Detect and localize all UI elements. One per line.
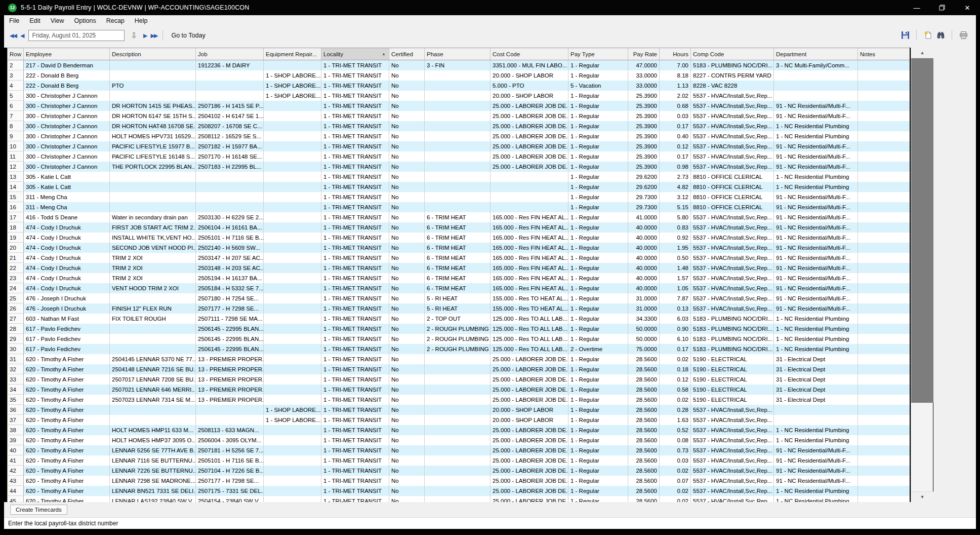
grid-cell[interactable]: 1 - TRI-MET TRANSIT	[321, 202, 389, 212]
grid-cell[interactable]: 5 - RI HEAT	[425, 293, 491, 303]
grid-cell[interactable]: 2505194 - H 16137 BA...	[196, 273, 264, 283]
grid-cell[interactable]: 474 - Cody I Druchuk	[24, 233, 110, 243]
grid-cell[interactable]: No	[389, 111, 425, 121]
grid-cell[interactable]	[110, 324, 196, 334]
grid-cell[interactable]: No	[389, 182, 425, 192]
grid-cell[interactable]	[425, 455, 491, 466]
grid-cell[interactable]: 1 - TRI-MET TRANSIT	[321, 283, 389, 293]
close-button[interactable]: ✕	[962, 4, 973, 12]
grid-cell[interactable]	[858, 283, 910, 293]
grid-cell[interactable]: 5190 - ELECTRICAL	[691, 395, 774, 405]
grid-cell[interactable]: PACIFIC LIFESTYLE 16148 S...	[110, 151, 196, 162]
last-record-icon[interactable]: ▶▶	[149, 31, 159, 40]
grid-cell[interactable]: 28.5600	[628, 425, 660, 435]
grid-cell[interactable]: No	[389, 324, 425, 334]
grid-cell[interactable]: 125.000 - Res TO ALL LAB...	[491, 314, 568, 324]
grid-cell[interactable]	[858, 334, 910, 344]
grid-cell[interactable]: 2507183 - H 22995 BL...	[196, 162, 264, 172]
grid-cell[interactable]: 1 - TRI-MET TRANSIT	[321, 303, 389, 314]
grid-cell[interactable]	[264, 435, 321, 445]
grid-cell[interactable]: 3351.000 - MUL FIN LABO...	[491, 60, 568, 70]
grid-cell[interactable]: 1 - TRI-MET TRANSIT	[321, 81, 389, 91]
grid-cell[interactable]: No	[389, 60, 425, 70]
scroll-up-icon[interactable]: ▲	[911, 48, 933, 58]
grid-cell[interactable]: 620 - Timothy A Fisher	[24, 476, 110, 486]
grid-cell[interactable]	[196, 405, 264, 415]
grid-cell[interactable]	[858, 202, 910, 212]
grid-cell[interactable]	[774, 415, 858, 425]
grid-cell[interactable]: 29.6200	[628, 172, 660, 182]
grid-cell[interactable]: 25.000 - LABORER JOB DE...	[491, 486, 568, 496]
grid-cell[interactable]: 1 - Regular	[568, 233, 628, 243]
grid-cell[interactable]: 20.000 - SHOP LABOR	[491, 70, 568, 81]
grid-cell[interactable]: 0.02	[660, 486, 691, 496]
grid-header-certified[interactable]: Certified	[389, 48, 425, 60]
grid-cell[interactable]: 1 - Regular	[568, 182, 628, 192]
grid-cell[interactable]: 300 - Christopher J Cannon	[24, 141, 110, 151]
grid-cell[interactable]: 25.3900	[628, 101, 660, 111]
grid-cell[interactable]	[425, 192, 491, 202]
grid-cell[interactable]: 1 - Regular	[568, 263, 628, 273]
row-number-cell[interactable]: 7	[8, 111, 24, 121]
grid-cell[interactable]: 1 - Regular	[568, 445, 628, 455]
grid-cell[interactable]: 25.000 - LABORER JOB DE...	[491, 496, 568, 502]
grid-cell[interactable]: 5537 - HVAC/Install,Svc,Rep...	[691, 101, 774, 111]
grid-cell[interactable]: 91 - NC Residential/Multi-F...	[774, 263, 858, 273]
grid-cell[interactable]	[110, 172, 196, 182]
grid-cell[interactable]	[264, 101, 321, 111]
grid-cell[interactable]: 1 - Regular	[568, 385, 628, 395]
grid-cell[interactable]	[196, 70, 264, 81]
grid-cell[interactable]: 2506104 - H 16161 BA...	[196, 222, 264, 233]
grid-cell[interactable]: 1 - Regular	[568, 141, 628, 151]
grid-cell[interactable]: No	[389, 385, 425, 395]
grid-cell[interactable]: 40.0000	[628, 243, 660, 253]
grid-cell[interactable]: 474 - Cody I Druchuk	[24, 243, 110, 253]
grid-cell[interactable]	[858, 344, 910, 354]
grid-cell[interactable]	[425, 91, 491, 101]
grid-cell[interactable]	[425, 131, 491, 141]
grid-cell[interactable]	[110, 182, 196, 192]
grid-cell[interactable]	[858, 395, 910, 405]
grid-header-pay-type[interactable]: Pay Type	[568, 48, 628, 60]
row-number-cell[interactable]: 34	[8, 385, 24, 395]
grid-cell[interactable]: 1 - TRI-MET TRANSIT	[321, 212, 389, 222]
grid-cell[interactable]: 91 - NC Residential/Multi-F...	[774, 283, 858, 293]
grid-cell[interactable]: 1 - Regular	[568, 466, 628, 476]
row-number-cell[interactable]: 30	[8, 344, 24, 354]
grid-cell[interactable]	[264, 263, 321, 273]
grid-cell[interactable]	[858, 81, 910, 91]
grid-header-locality[interactable]: Locality▲	[321, 48, 389, 60]
grid-cell[interactable]: 1 - TRI-MET TRANSIT	[321, 455, 389, 466]
grid-cell[interactable]: 1 - TRI-MET TRANSIT	[321, 293, 389, 303]
grid-cell[interactable]: 28.5600	[628, 415, 660, 425]
grid-cell[interactable]: 1 - TRI-MET TRANSIT	[321, 445, 389, 455]
grid-cell[interactable]	[858, 151, 910, 162]
grid-cell[interactable]: No	[389, 151, 425, 162]
grid-cell[interactable]: 47.0000	[628, 60, 660, 70]
grid-cell[interactable]: 25.000 - LABORER JOB DE...	[491, 121, 568, 131]
next-record-icon[interactable]: ▶	[141, 31, 148, 40]
grid-cell[interactable]: 620 - Timothy A Fisher	[24, 496, 110, 502]
grid-cell[interactable]: 34.3300	[628, 314, 660, 324]
grid-cell[interactable]: 620 - Timothy A Fisher	[24, 455, 110, 466]
grid-cell[interactable]	[196, 172, 264, 182]
grid-cell[interactable]: 1 - TRI-MET TRANSIT	[321, 111, 389, 121]
grid-cell[interactable]: 2507177 - H 7298 SE...	[196, 476, 264, 486]
grid-cell[interactable]: 1 - TRI-MET TRANSIT	[321, 344, 389, 354]
row-number-cell[interactable]: 35	[8, 395, 24, 405]
grid-cell[interactable]: 5183 - PLUMBING NOC/DRI...	[691, 334, 774, 344]
grid-cell[interactable]: HOLT HOMES HPV731 16529...	[110, 131, 196, 141]
grid-cell[interactable]: 8810 - OFFICE CLERICAL	[691, 192, 774, 202]
grid-cell[interactable]: 6 - TRIM HEAT	[425, 212, 491, 222]
grid-cell[interactable]: 6 - TRIM HEAT	[425, 263, 491, 273]
grid-cell[interactable]: 33.0000	[628, 70, 660, 81]
grid-cell[interactable]: No	[389, 425, 425, 435]
row-number-cell[interactable]: 43	[8, 476, 24, 486]
grid-cell[interactable]: No	[389, 496, 425, 502]
grid-cell[interactable]	[858, 496, 910, 502]
grid-cell[interactable]: 1.05	[660, 283, 691, 293]
grid-cell[interactable]	[264, 486, 321, 496]
grid-cell[interactable]	[858, 324, 910, 334]
grid-cell[interactable]	[858, 91, 910, 101]
grid-cell[interactable]: 474 - Cody I Druchuk	[24, 273, 110, 283]
